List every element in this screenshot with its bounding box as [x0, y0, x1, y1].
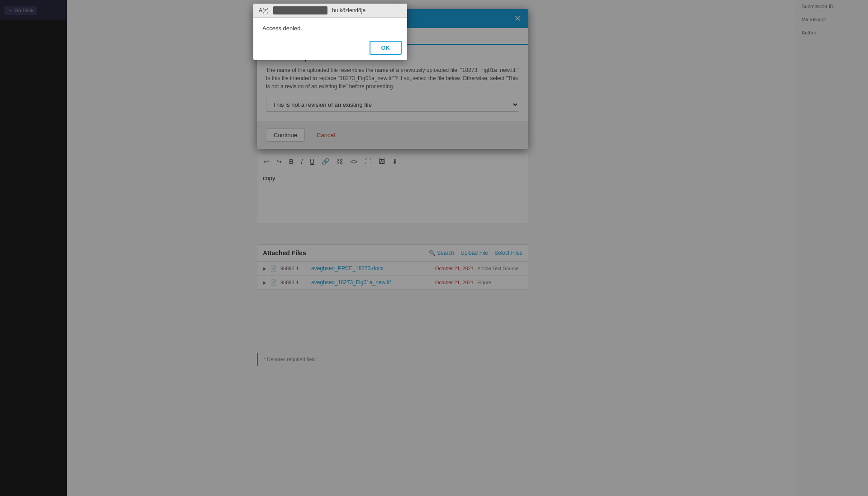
- alert-blurred-username: [273, 6, 327, 14]
- alert-access-denied: Access denied.: [262, 25, 398, 32]
- alert-title-suffix: hu közlendője: [332, 7, 365, 14]
- modal-overlay: [0, 0, 868, 496]
- alert-title-bar: A(z) hu közlendője: [253, 4, 407, 18]
- alert-footer: OK: [253, 41, 407, 60]
- alert-dialog-body: Access denied.: [253, 18, 407, 41]
- alert-ok-button[interactable]: OK: [370, 41, 402, 55]
- alert-dialog: A(z) hu közlendője Access denied. OK: [253, 4, 407, 60]
- alert-title-prefix: A(z): [259, 7, 269, 14]
